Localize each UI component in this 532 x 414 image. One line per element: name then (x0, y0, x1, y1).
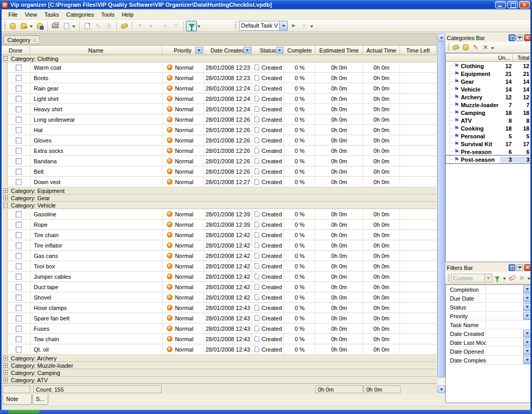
task-done-checkbox[interactable] (16, 75, 22, 81)
new-category-button[interactable] (451, 43, 461, 52)
apply-filter-button[interactable] (493, 274, 502, 282)
task-view-combo[interactable]: Default Task V (239, 21, 288, 31)
task-done-checkbox[interactable] (16, 106, 22, 112)
task-done-checkbox[interactable] (16, 305, 22, 311)
new-database-button[interactable] (7, 21, 18, 31)
task-row[interactable]: Duct tapeNormal28/01/2008 12:42Created0 … (7, 282, 436, 292)
vertical-scrollbar[interactable] (437, 33, 445, 393)
start-button-edge[interactable] (8, 410, 39, 414)
task-row[interactable]: Down vestNormal28/01/2008 12:27Created0 … (7, 177, 436, 187)
menu-tasks[interactable]: Tasks (41, 10, 62, 19)
task-row[interactable]: HatNormal28/01/2008 12:26Created0 %0h 0m… (7, 125, 436, 135)
column-undone[interactable]: Un... (497, 54, 513, 61)
expand-icon[interactable]: + (3, 196, 8, 200)
task-row[interactable]: Gas cansNormal28/01/2008 12:42Created0 %… (7, 251, 436, 261)
task-done-checkbox[interactable] (16, 326, 22, 332)
move-up-button[interactable]: ▲ (145, 21, 156, 31)
task-row[interactable]: Warm coatNormal28/01/2008 12:23Created0 … (7, 62, 436, 73)
categories-toolbar-dropdown[interactable] (491, 47, 494, 51)
task-row[interactable]: Hose clampsNormal28/01/2008 12:43Created… (7, 303, 436, 313)
expand-icon[interactable]: + (3, 188, 8, 193)
task-row[interactable]: BootsNormal28/01/2008 12:23Created0 %0h … (7, 73, 436, 83)
open-database-dropdown[interactable] (30, 25, 33, 29)
bottom-tab-search[interactable]: S... (32, 394, 48, 405)
categories-dock-button[interactable] (509, 34, 515, 41)
date-created-filter-button[interactable] (244, 47, 251, 54)
column-total[interactable]: Total (513, 54, 531, 61)
expand-icon[interactable]: + (3, 356, 8, 360)
delete-task-button[interactable]: ✋ (103, 21, 114, 31)
move-down-button[interactable]: ▼ (135, 21, 145, 31)
column-header-name[interactable]: Name (30, 46, 162, 55)
apply-filter-dropdown[interactable] (503, 278, 506, 281)
task-row[interactable]: GasolineNormal28/01/2008 12:39Created0 %… (7, 209, 436, 219)
task-row[interactable]: Tool boxNormal28/01/2008 12:42Created0 %… (7, 261, 436, 271)
windows-taskbar[interactable] (0, 410, 532, 414)
task-row[interactable]: BandanaNormal28/01/2008 12:26Created0 %0… (7, 156, 436, 166)
task-row[interactable]: ShovelNormal28/01/2008 12:42Created0 %0h… (7, 292, 436, 303)
category-item-post-season[interactable]: ⚑Post-season33 (446, 156, 531, 163)
filter-value-field[interactable] (486, 285, 523, 293)
collapse-icon[interactable]: − (3, 203, 8, 208)
edit-task-button[interactable]: ✎ (92, 21, 103, 31)
task-row[interactable]: Tire chainNormal28/01/2008 12:42Created0… (7, 230, 436, 240)
category-item-clothing[interactable]: ⚑Clothing1212 (446, 62, 531, 70)
open-database-button[interactable]: ➜ (18, 21, 29, 31)
filter-dropdown-button[interactable] (523, 303, 531, 311)
filter-value-field[interactable] (486, 303, 523, 311)
filter-button[interactable] (186, 21, 197, 31)
task-done-checkbox[interactable] (16, 64, 22, 71)
filter-value-field[interactable] (486, 312, 523, 320)
task-row[interactable]: Tire inflatorNormal28/01/2008 12:42Creat… (7, 240, 436, 251)
filter-dropdown-button[interactable] (523, 312, 531, 320)
task-done-checkbox[interactable] (16, 222, 22, 228)
scroll-up-button[interactable] (437, 33, 445, 41)
print-preview-button[interactable] (61, 21, 72, 31)
filters-dock-button[interactable] (509, 264, 515, 271)
task-row[interactable]: Spare fan beltNormal28/01/2008 12:43Crea… (7, 313, 436, 324)
task-done-checkbox[interactable] (16, 242, 22, 249)
category-item-gear[interactable]: ⚑Gear1414 (446, 77, 531, 85)
task-row[interactable]: Heavy shirtNormal28/01/2008 12:24Created… (7, 104, 436, 114)
task-done-checkbox[interactable] (16, 346, 22, 353)
filter-dropdown-button[interactable] (523, 356, 531, 364)
category-item-personal[interactable]: ⚑Personal55 (446, 132, 531, 140)
move-bottom-button[interactable]: ⇊ (159, 21, 170, 31)
filter-dropdown-button[interactable] (523, 294, 531, 302)
task-done-checkbox[interactable] (16, 96, 22, 102)
task-done-checkbox[interactable] (16, 158, 22, 164)
task-done-checkbox[interactable] (16, 85, 22, 92)
task-view-combo-dropdown[interactable] (280, 21, 288, 31)
task-row[interactable]: GlovesNormal28/01/2008 12:26Created0 %0h… (7, 135, 436, 146)
task-done-checkbox[interactable] (16, 148, 22, 154)
menu-tools[interactable]: Tools (98, 10, 118, 19)
category-item-camping[interactable]: ⚑Camping1818 (446, 109, 531, 117)
new-subcategory-button[interactable] (461, 43, 471, 52)
task-done-checkbox[interactable] (16, 179, 22, 185)
expand-icon[interactable]: + (3, 370, 8, 375)
assign-category-button[interactable] (119, 21, 130, 31)
collapse-icon[interactable]: − (3, 56, 8, 61)
print-dropdown[interactable] (72, 25, 75, 29)
delete-view-button[interactable]: × (299, 21, 310, 31)
minimize-button[interactable] (495, 1, 506, 8)
column-header-priority[interactable]: Priority (162, 46, 204, 55)
task-done-checkbox[interactable] (16, 336, 22, 342)
print-button[interactable] (50, 21, 61, 31)
task-row[interactable]: RopeNormal28/01/2008 12:39Created0 %0h 0… (7, 219, 436, 230)
task-done-checkbox[interactable] (16, 253, 22, 259)
menu-view[interactable]: View (21, 10, 41, 19)
task-done-checkbox[interactable] (16, 117, 22, 123)
filter-value-field[interactable] (486, 356, 523, 364)
task-done-checkbox[interactable] (16, 169, 22, 175)
task-done-checkbox[interactable] (16, 284, 22, 290)
task-done-checkbox[interactable] (16, 137, 22, 144)
delete-category-button[interactable]: ✕ (481, 43, 490, 52)
task-row[interactable]: Qt. oilNormal28/01/2008 12:43Created0 %0… (7, 344, 436, 355)
edit-category-button[interactable]: ✎ (471, 43, 481, 52)
column-header-done[interactable]: Done (2, 46, 30, 55)
task-row[interactable]: Tow chainNormal28/01/2008 12:43Created0 … (7, 334, 436, 344)
new-task-button[interactable] (82, 21, 92, 31)
menu-file[interactable]: File (5, 10, 21, 19)
move-top-button[interactable]: ⇈ (170, 21, 181, 31)
